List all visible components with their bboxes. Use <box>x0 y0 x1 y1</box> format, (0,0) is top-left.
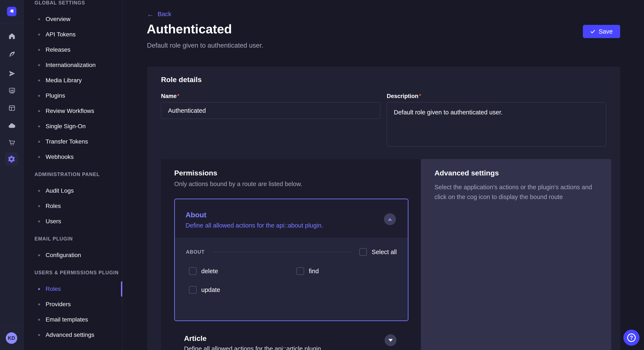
sidebar-item-label: Roles <box>46 203 61 209</box>
sidebar-item-label: Roles <box>46 286 61 292</box>
bullet-icon <box>38 205 40 207</box>
about-accordion: About Define all allowed actions for the… <box>174 199 408 321</box>
bullet-icon <box>38 126 40 127</box>
sidebar-item-label: Releases <box>46 46 70 53</box>
sidebar-item-roles[interactable]: Roles <box>34 281 122 297</box>
layout-icon[interactable] <box>0 104 24 112</box>
bullet-icon <box>38 220 40 222</box>
sidebar-item-media-library[interactable]: Media Library <box>34 73 122 88</box>
sidebar-item-label: Configuration <box>46 252 81 259</box>
description-textarea[interactable]: Default role given to authenticated user… <box>387 102 606 147</box>
description-label: Description* <box>387 93 606 100</box>
required-asterisk: * <box>178 93 179 99</box>
cart-icon[interactable] <box>0 139 24 147</box>
expand-toggle-button[interactable] <box>384 334 396 346</box>
sidebar-item-users[interactable]: Users <box>34 214 122 229</box>
sidebar-item-label: Media Library <box>46 77 82 84</box>
select-all-control: Select all <box>359 248 397 256</box>
main-nav-rail: KD <box>0 0 24 350</box>
about-group-row: ABOUT Select all <box>186 246 397 258</box>
about-accordion-header[interactable]: About Define all allowed actions for the… <box>175 199 408 237</box>
nav-section-header-global-settings: GLOBAL SETTINGS <box>34 0 122 5</box>
sidebar-item-single-sign-on[interactable]: Single Sign-On <box>34 119 122 134</box>
bullet-icon <box>38 319 40 321</box>
settings-subnav: GLOBAL SETTINGSOverviewAPI TokensRelease… <box>24 0 122 350</box>
bullet-icon <box>38 254 40 256</box>
sidebar-item-transfer-tokens[interactable]: Transfer Tokens <box>34 134 122 149</box>
settings-rail-item[interactable] <box>5 153 18 166</box>
media-icon[interactable] <box>0 87 24 94</box>
name-field-group: Name* Authenticated <box>161 93 380 119</box>
sidebar-item-review-workflows[interactable]: Review Workflows <box>34 103 122 119</box>
bullet-icon <box>38 334 40 336</box>
chevron-down-icon <box>388 339 393 342</box>
permission-action-update: update <box>189 286 296 294</box>
back-label: Back <box>158 11 171 18</box>
checkbox-label: update <box>201 286 220 293</box>
sidebar-item-label: Plugins <box>46 92 65 99</box>
chevron-up-icon <box>388 218 392 221</box>
bullet-icon <box>38 95 40 97</box>
article-accordion-title: Article <box>184 334 408 343</box>
sidebar-item-providers[interactable]: Providers <box>34 297 122 312</box>
bullet-icon <box>38 303 40 305</box>
question-mark-icon: ? <box>627 334 636 342</box>
name-input[interactable]: Authenticated <box>161 102 380 119</box>
update-checkbox[interactable] <box>189 286 196 294</box>
sidebar-item-webhooks[interactable]: Webhooks <box>34 149 122 165</box>
permission-action-delete: delete <box>189 267 296 275</box>
sidebar-item-email-templates[interactable]: Email templates <box>34 312 122 327</box>
check-icon <box>590 29 595 34</box>
permissions-heading: Permissions <box>174 169 408 177</box>
sidebar-item-label: Overview <box>46 16 70 22</box>
help-button[interactable]: ? <box>623 330 640 346</box>
nav-section-header-users-permissions-plugin: USERS & PERMISSIONS PLUGIN <box>34 270 122 275</box>
back-link[interactable]: ← Back <box>147 11 171 18</box>
sidebar-item-roles[interactable]: Roles <box>34 198 122 214</box>
sidebar-item-plugins[interactable]: Plugins <box>34 88 122 103</box>
home-icon[interactable] <box>0 32 24 40</box>
sidebar-item-label: Providers <box>46 301 71 308</box>
page-title: Authenticated <box>147 22 232 36</box>
strapi-admin-app: KD GLOBAL SETTINGSOverviewAPI TokensRele… <box>0 0 644 350</box>
collapse-toggle-button[interactable] <box>384 213 396 225</box>
delete-checkbox[interactable] <box>189 267 196 275</box>
permissions-panel: Permissions Only actions bound by a rout… <box>161 159 421 350</box>
sidebar-item-api-tokens[interactable]: API Tokens <box>34 27 122 42</box>
strapi-logo[interactable] <box>7 7 16 16</box>
user-avatar[interactable]: KD <box>6 332 17 344</box>
advanced-settings-heading: Advanced settings <box>434 169 598 177</box>
sidebar-item-audit-logs[interactable]: Audit Logs <box>34 183 122 198</box>
sidebar-item-label: Users <box>46 218 61 225</box>
strapi-logo-icon <box>7 7 16 16</box>
about-accordion-body: ABOUT Select all deletefindupdate <box>175 237 408 321</box>
article-accordion-header[interactable]: Article Define all allowed actions for t… <box>174 327 408 350</box>
gear-icon <box>8 155 16 163</box>
save-label: Save <box>599 28 613 35</box>
rail-divider <box>0 23 24 24</box>
sidebar-item-label: Single Sign-On <box>46 123 86 130</box>
role-panel: Role details Name* Authenticated Descrip… <box>147 67 620 350</box>
required-asterisk: * <box>419 93 421 99</box>
cloud-icon[interactable] <box>0 122 24 130</box>
save-button[interactable]: Save <box>583 25 620 38</box>
name-input-value: Authenticated <box>168 107 206 114</box>
advanced-settings-body: Select the application's actions or the … <box>434 182 598 202</box>
find-checkbox[interactable] <box>296 267 304 275</box>
feather-icon[interactable] <box>0 51 24 58</box>
sidebar-item-configuration[interactable]: Configuration <box>34 247 122 263</box>
permissions-section: Permissions Only actions bound by a rout… <box>161 159 607 350</box>
about-group-label: ABOUT <box>186 249 205 255</box>
permissions-subtitle: Only actions bound by a route are listed… <box>174 180 408 187</box>
select-all-checkbox[interactable] <box>359 248 367 256</box>
rail-divider <box>0 327 24 327</box>
paper-plane-icon[interactable] <box>0 70 24 77</box>
bullet-icon <box>38 64 40 66</box>
sidebar-item-overview[interactable]: Overview <box>34 11 122 27</box>
sidebar-item-label: Email templates <box>46 316 88 323</box>
sidebar-item-internationalization[interactable]: Internationalization <box>34 57 122 73</box>
sidebar-item-advanced-settings[interactable]: Advanced settings <box>34 327 122 343</box>
sidebar-item-releases[interactable]: Releases <box>34 42 122 57</box>
sidebar-item-label: API Tokens <box>46 31 76 38</box>
about-accordion-subtitle: Define all allowed actions for the api::… <box>186 222 408 229</box>
